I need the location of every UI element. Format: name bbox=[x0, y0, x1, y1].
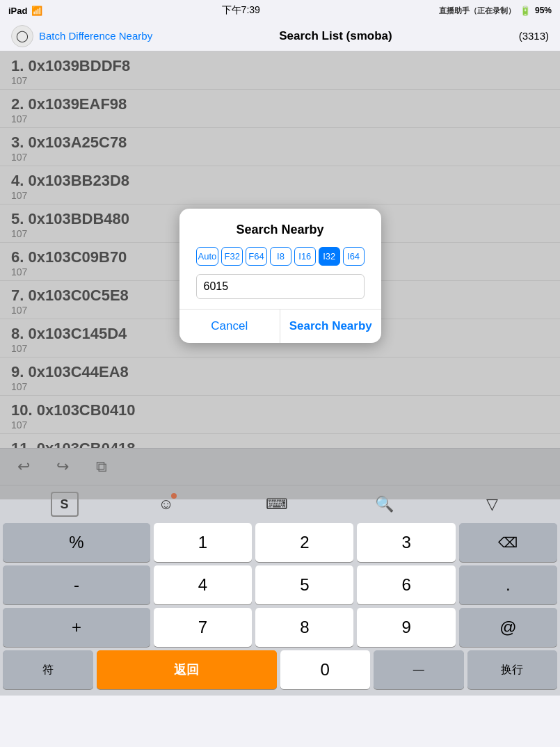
key-plus[interactable]: + bbox=[3, 608, 150, 647]
key-row-3: + 7 8 9 @ bbox=[3, 608, 557, 647]
key-newline[interactable]: 换行 bbox=[467, 650, 558, 689]
nav-center-title: Search List (smoba) bbox=[279, 29, 392, 43]
type-button-i32[interactable]: I32 bbox=[319, 247, 340, 266]
status-device: iPad bbox=[8, 6, 27, 16]
type-button-i16[interactable]: I16 bbox=[294, 247, 316, 266]
key-symbol[interactable]: 符 bbox=[3, 650, 93, 689]
key-percent[interactable]: % bbox=[3, 523, 150, 562]
modal-overlay: Search Nearby AutoF32F64I8I16I32I64 Canc… bbox=[0, 51, 560, 499]
dialog-title: Search Nearby bbox=[196, 223, 365, 237]
back-icon: ◯ bbox=[16, 29, 29, 42]
key-2[interactable]: 2 bbox=[255, 523, 353, 562]
key-return[interactable]: 返回 bbox=[97, 650, 277, 689]
nav-batch-label[interactable]: Batch Difference Nearby bbox=[39, 30, 152, 42]
key-at[interactable]: @ bbox=[459, 608, 557, 647]
status-time: 下午7:39 bbox=[222, 4, 260, 17]
status-right-label: 直播助手（正在录制） bbox=[439, 6, 515, 16]
search-nearby-dialog: Search Nearby AutoF32F64I8I16I32I64 Canc… bbox=[179, 209, 381, 343]
key-8[interactable]: 8 bbox=[255, 608, 353, 647]
key-5[interactable]: 5 bbox=[255, 565, 353, 604]
key-dot[interactable]: . bbox=[459, 565, 557, 604]
dialog-actions: Cancel Search Nearby bbox=[179, 309, 381, 343]
key-dash[interactable]: — bbox=[374, 650, 464, 689]
key-backspace[interactable]: ⌫ bbox=[459, 523, 557, 562]
back-button[interactable]: ◯ bbox=[11, 25, 33, 47]
nav-count: (3313) bbox=[519, 30, 549, 42]
key-row-1: % 1 2 3 ⌫ bbox=[3, 523, 557, 562]
nav-bar: ◯ Batch Difference Nearby Search List (s… bbox=[0, 21, 560, 51]
type-buttons: AutoF32F64I8I16I32I64 bbox=[196, 247, 365, 266]
key-row-2: - 4 5 6 . bbox=[3, 565, 557, 604]
nav-left: ◯ Batch Difference Nearby bbox=[11, 25, 152, 47]
key-1[interactable]: 1 bbox=[154, 523, 252, 562]
key-6[interactable]: 6 bbox=[357, 565, 455, 604]
battery-icon: 🔋 bbox=[520, 6, 531, 16]
type-button-i8[interactable]: I8 bbox=[270, 247, 291, 266]
type-button-i64[interactable]: I64 bbox=[343, 247, 365, 266]
numeric-keyboard: % 1 2 3 ⌫ - 4 5 6 . + 7 8 9 @ 符 返回 0 — 换… bbox=[0, 523, 560, 696]
battery-level: 95% bbox=[535, 6, 552, 15]
key-7[interactable]: 7 bbox=[154, 608, 252, 647]
key-minus[interactable]: - bbox=[3, 565, 150, 604]
key-3[interactable]: 3 bbox=[357, 523, 455, 562]
status-bar: iPad 📶 下午7:39 直播助手（正在录制） 🔋 95% bbox=[0, 0, 560, 21]
type-button-f32[interactable]: F32 bbox=[221, 247, 243, 266]
type-button-auto[interactable]: Auto bbox=[196, 247, 219, 266]
wifi-icon: 📶 bbox=[31, 6, 42, 16]
key-0[interactable]: 0 bbox=[280, 650, 371, 689]
key-row-4: 符 返回 0 — 换行 bbox=[3, 650, 557, 689]
search-nearby-button[interactable]: Search Nearby bbox=[280, 310, 381, 343]
search-nearby-input[interactable] bbox=[196, 274, 365, 299]
key-4[interactable]: 4 bbox=[154, 565, 252, 604]
breadcrumb: Batch Difference Nearby bbox=[39, 30, 152, 42]
cancel-button[interactable]: Cancel bbox=[179, 310, 281, 343]
type-button-f64[interactable]: F64 bbox=[246, 247, 267, 266]
key-9[interactable]: 9 bbox=[357, 608, 455, 647]
